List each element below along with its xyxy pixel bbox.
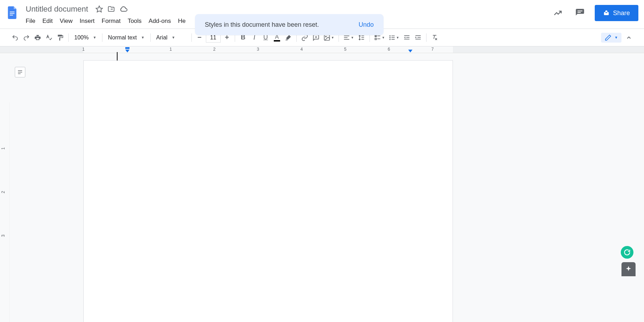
move-icon[interactable] [107,5,115,13]
print-button[interactable] [32,32,43,43]
menu-insert[interactable]: Insert [76,16,98,26]
cloud-status-icon[interactable] [119,5,128,13]
header-right: Share [550,5,638,21]
share-button[interactable]: Share [595,5,638,21]
menu-file[interactable]: File [23,16,38,26]
vruler-mark: 3 [1,235,6,237]
ruler-mark: 4 [301,47,303,52]
page-container [10,53,644,322]
document-page[interactable] [83,60,453,322]
separator [102,33,102,42]
right-indent[interactable] [408,50,412,52]
ruler-mark: 7 [431,47,434,52]
ruler-mark: 2 [213,47,216,52]
ruler-mark: 6 [388,47,390,52]
increase-indent-button[interactable] [413,32,423,43]
toolbar-right: ▼ [601,32,634,43]
redo-button[interactable] [21,32,32,43]
undo-button[interactable] [10,32,20,43]
text-cursor [117,52,118,61]
menu-help[interactable]: He [175,16,189,26]
svg-point-20 [389,39,390,40]
chevron-down-icon: ▼ [614,36,618,39]
ruler-scale: 1 1 2 3 4 5 6 7 [83,46,453,53]
svg-marker-3 [96,6,102,12]
svg-rect-16 [375,38,376,39]
menu-edit[interactable]: Edit [39,16,56,26]
zoom-value: 100% [74,34,89,41]
ruler-left-shade [0,46,83,53]
chevron-down-icon: ▼ [93,36,96,39]
docs-logo[interactable] [6,6,20,20]
menu-tools[interactable]: Tools [125,16,145,26]
vruler-mark: 1 [1,147,6,150]
explore-button[interactable] [621,262,636,276]
first-line-indent[interactable] [125,47,130,49]
svg-point-7 [326,36,327,37]
vertical-ruler[interactable]: 1 2 3 [0,102,10,322]
ruler-mark: 1 [82,47,85,52]
ruler-mark: 5 [344,47,347,52]
work-area: 1 2 3 [0,53,644,322]
svg-rect-26 [404,39,409,39]
svg-rect-25 [406,37,409,38]
vruler-mark: 2 [1,191,6,194]
separator [150,33,151,42]
outline-toggle-button[interactable] [15,67,25,77]
font-value: Arial [156,34,168,41]
clear-formatting-button[interactable] [429,32,440,43]
title-area: Untitled document File Edit View Insert … [23,3,189,26]
ruler-mark: 1 [170,47,172,52]
menu-view[interactable]: View [57,16,76,26]
left-indent[interactable] [125,50,130,52]
ruler-mark: 3 [257,47,259,52]
separator [191,33,192,42]
paint-format-button[interactable] [55,32,65,43]
zoom-select[interactable]: 100%▼ [71,34,99,41]
star-icon[interactable] [95,5,103,13]
svg-point-19 [389,37,390,38]
svg-point-18 [389,35,390,36]
style-select[interactable]: Normal text▼ [105,34,147,41]
spellcheck-button[interactable] [44,32,54,43]
svg-rect-1 [10,13,15,14]
style-value: Normal text [108,34,137,41]
svg-rect-27 [415,35,421,36]
horizontal-ruler[interactable]: 1 1 2 3 4 5 6 7 [0,46,644,53]
separator [68,33,69,42]
svg-rect-5 [577,12,581,13]
title-row: Untitled document [23,3,189,15]
bulleted-list-button[interactable]: ▼ [387,32,401,43]
separator [426,33,427,42]
menu-format[interactable]: Format [99,16,124,26]
ruler-right-shade [453,46,644,53]
chevron-down-icon: ▼ [172,36,175,39]
decrease-indent-button[interactable] [402,32,412,43]
svg-rect-22 [391,37,394,38]
document-title[interactable]: Untitled document [23,4,91,15]
svg-rect-0 [10,12,15,12]
svg-rect-4 [577,11,582,11]
svg-rect-29 [415,39,421,39]
chevron-down-icon: ▼ [141,36,145,39]
svg-rect-24 [404,35,409,36]
activity-icon[interactable] [550,6,565,20]
font-select[interactable]: Arial▼ [153,34,189,41]
comments-icon[interactable] [572,5,588,21]
share-label: Share [613,10,630,17]
grammarly-icon[interactable] [621,246,633,259]
menu-addons[interactable]: Add-ons [145,16,174,26]
svg-rect-2 [10,15,13,15]
toast-undo-button[interactable]: Undo [359,21,374,29]
editing-mode-button[interactable]: ▼ [601,33,621,43]
menu-bar: File Edit View Insert Format Tools Add-o… [23,16,189,26]
svg-rect-23 [391,39,394,40]
toast-message: Styles in this document have been reset. [205,21,359,29]
collapse-toolbar-button[interactable] [624,32,634,43]
svg-rect-28 [417,37,421,38]
notification-toast: Styles in this document have been reset.… [195,14,384,35]
svg-rect-21 [391,36,394,36]
